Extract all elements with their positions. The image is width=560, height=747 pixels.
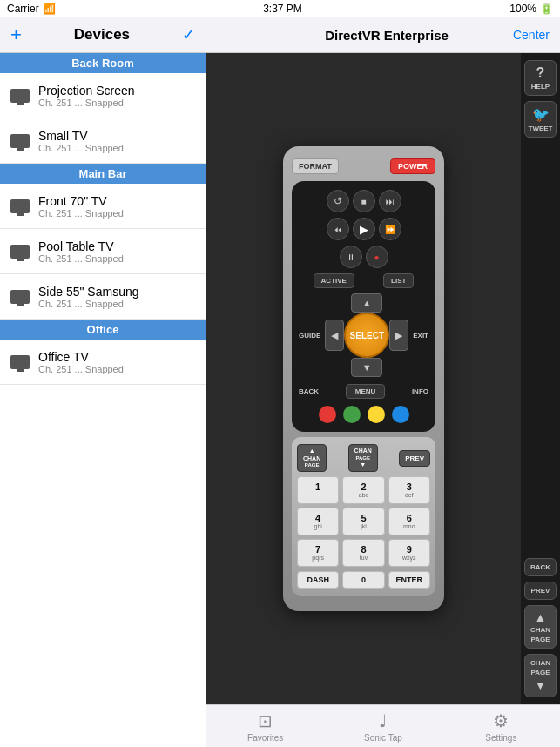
menu-button[interactable]: MENU (346, 384, 386, 399)
status-left: Carrier 📶 (7, 3, 56, 15)
tweet-icon: 🐦 (532, 106, 550, 123)
status-bar: Carrier 📶 3:37 PM 100% 🔋 (0, 0, 560, 17)
chan-up-label: CHAN (303, 455, 320, 462)
dpad-down-button[interactable]: ▼ (351, 358, 382, 377)
device-item[interactable]: Side 55" Samsung Ch. 251 ... Snapped (0, 274, 206, 320)
prev-rs-button[interactable]: PREV (524, 582, 557, 600)
header-title: DirectVR Enterprise (325, 28, 449, 43)
rewind-button[interactable]: ⏮ (327, 218, 349, 240)
skip-fwd-button[interactable]: ⏭ (379, 190, 401, 212)
exit-button[interactable]: EXIT (413, 332, 428, 340)
num-4-main: 4 (315, 513, 320, 523)
sidebar-title: Devices (74, 26, 130, 44)
tv-icon (10, 134, 30, 148)
num-9-button[interactable]: 9 wxyz (388, 539, 430, 567)
chan-up-button[interactable]: CHAN PAGE (297, 444, 327, 472)
chan-page-down-line2: PAGE (530, 669, 550, 676)
green-button[interactable] (343, 406, 361, 423)
app-container: + Devices ✓ Back Room Projection Screen … (0, 17, 560, 747)
dpad-left-button[interactable]: ◀ (325, 320, 344, 351)
select-button[interactable]: SELECT (344, 313, 389, 358)
device-item[interactable]: Pool Table TV Ch. 251 ... Snapped (0, 229, 206, 274)
num-3-sub: def (405, 492, 414, 499)
red-button[interactable] (319, 406, 336, 423)
undo-button[interactable]: ↺ (327, 190, 349, 212)
remote-control: FORMAT POWER ↺ ■ ⏭ ⏮ ▶ (283, 146, 444, 610)
info-button[interactable]: INFO (412, 387, 428, 395)
num-2-button[interactable]: 2 abc (342, 476, 384, 504)
dpad-middle-row: ◀ SELECT ▶ (325, 313, 408, 358)
list-button[interactable]: LIST (383, 273, 414, 288)
center-button[interactable]: Center (513, 28, 550, 42)
power-button[interactable]: POWER (390, 158, 435, 174)
num-8-button[interactable]: 8 tuv (342, 539, 384, 567)
num-3-button[interactable]: 3 def (388, 476, 430, 504)
transport-row-2: ⏮ ▶ ⏩ (299, 218, 428, 240)
device-sub: Ch. 251 ... Snapped (38, 253, 124, 264)
chan-up-arrow (309, 448, 315, 454)
num-6-button[interactable]: 6 mno (388, 508, 430, 535)
num-4-button[interactable]: 4 ghi (297, 508, 339, 535)
device-sub: Ch. 251 ... Snapped (38, 364, 124, 374)
enter-button[interactable]: ENTER (388, 571, 430, 589)
section-main-bar: Main Bar (0, 164, 206, 184)
back-button[interactable]: BACK (299, 387, 319, 395)
pause-button[interactable]: ⏸ (340, 246, 362, 268)
battery-label: 100% (509, 3, 536, 15)
play-button[interactable]: ▶ (353, 218, 375, 240)
device-name: Projection Screen (38, 84, 135, 98)
settings-icon: ⚙ (493, 710, 509, 731)
format-button[interactable]: FORMAT (292, 158, 339, 174)
num-7-sub: pqrs (312, 555, 324, 562)
fast-forward-button[interactable]: ⏩ (379, 218, 401, 240)
num-1-button[interactable]: 1 (297, 476, 339, 504)
device-item[interactable]: Small TV Ch. 251 ... Snapped (0, 118, 206, 164)
device-info: Pool Table TV Ch. 251 ... Snapped (38, 239, 124, 264)
active-button[interactable]: ACTIVE (314, 273, 354, 288)
help-button[interactable]: ? HELP (524, 60, 557, 96)
prev-rs-label: PREV (531, 587, 550, 595)
tv-icon (10, 355, 30, 369)
help-label: HELP (531, 83, 550, 91)
right-header: DirectVR Enterprise Center (206, 17, 560, 53)
chan-page-up-rs-button[interactable]: ▲ CHAN PAGE (524, 605, 557, 649)
device-item[interactable]: Front 70" TV Ch. 251 ... Snapped (0, 184, 206, 229)
tab-sonic-tap[interactable]: ♩ Sonic Tap (324, 705, 442, 747)
tab-settings[interactable]: ⚙ Settings (442, 705, 560, 747)
dpad-up-button[interactable]: ▲ (351, 293, 382, 313)
dpad-right-button[interactable]: ▶ (389, 320, 408, 351)
device-item[interactable]: Projection Screen Ch. 251 ... Snapped (0, 73, 206, 118)
num-5-button[interactable]: 5 jkl (342, 508, 384, 535)
tv-icon (10, 199, 30, 213)
tab-favorites[interactable]: ⊡ Favorites (206, 705, 324, 747)
settings-label: Settings (485, 733, 516, 743)
tab-bar: ⊡ Favorites ♩ Sonic Tap ⚙ Settings (206, 704, 560, 747)
num-6-main: 6 (407, 513, 412, 523)
chan-page-down-rs-button[interactable]: CHAN PAGE ▼ (524, 654, 557, 697)
num-9-main: 9 (407, 544, 412, 555)
num-2-main: 2 (361, 481, 366, 492)
chan-page-up-line1: CHAN (530, 626, 550, 634)
guide-button[interactable]: GUIDE (299, 332, 320, 340)
yellow-button[interactable] (368, 406, 385, 423)
zero-button[interactable]: 0 (342, 571, 384, 589)
num-3-main: 3 (407, 481, 412, 492)
add-device-button[interactable]: + (10, 25, 22, 44)
device-name: Pool Table TV (38, 239, 124, 253)
dpad: ▲ ◀ SELECT ▶ ▼ (325, 293, 408, 377)
tweet-button[interactable]: 🐦 TWEET (524, 101, 557, 138)
check-icon[interactable]: ✓ (182, 25, 195, 44)
back-rs-button[interactable]: BACK (524, 558, 557, 576)
dash-button[interactable]: DASH (297, 571, 339, 589)
prev-button[interactable]: PREV (399, 450, 430, 467)
tweet-label: TWEET (529, 124, 553, 132)
record-button[interactable]: ● (366, 246, 388, 268)
device-item[interactable]: Office TV Ch. 251 ... Snapped (0, 340, 206, 385)
stop-button[interactable]: ■ (353, 190, 375, 212)
blue-button[interactable] (392, 406, 409, 423)
device-info: Small TV Ch. 251 ... Snapped (38, 129, 124, 153)
chan-down-button[interactable]: CHAN PAGE (348, 444, 378, 472)
device-sub: Ch. 251 ... Snapped (38, 98, 135, 108)
status-right: 100% 🔋 (509, 3, 553, 15)
num-7-button[interactable]: 7 pqrs (297, 539, 339, 567)
